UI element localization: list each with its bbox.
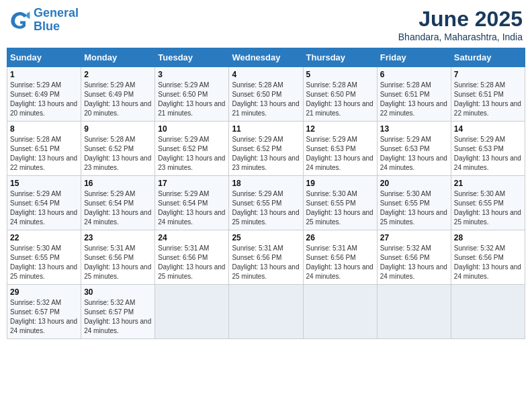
calendar-cell: 9 Sunrise: 5:28 AMSunset: 6:52 PMDayligh… [81, 122, 155, 176]
day-info: Sunrise: 5:28 AMSunset: 6:50 PMDaylight:… [306, 81, 374, 118]
day-number: 20 [380, 179, 448, 188]
day-info: Sunrise: 5:29 AMSunset: 6:54 PMDaylight:… [10, 189, 78, 227]
day-info: Sunrise: 5:31 AMSunset: 6:56 PMDaylight:… [232, 244, 300, 281]
calendar-week-row: 1 Sunrise: 5:29 AMSunset: 6:49 PMDayligh… [7, 67, 525, 122]
calendar-cell: 7 Sunrise: 5:28 AMSunset: 6:51 PMDayligh… [451, 67, 525, 122]
day-number: 10 [158, 124, 226, 134]
calendar-cell [451, 285, 525, 339]
day-number: 22 [10, 233, 78, 242]
calendar-cell: 19 Sunrise: 5:30 AMSunset: 6:55 PMDaylig… [303, 176, 377, 230]
weekday-header: Tuesday [155, 48, 229, 67]
title-block: June 2025 Bhandara, Maharashtra, India [398, 7, 523, 42]
calendar-cell [155, 285, 229, 339]
day-info: Sunrise: 5:30 AMSunset: 6:55 PMDaylight:… [306, 189, 374, 227]
day-info: Sunrise: 5:29 AMSunset: 6:53 PMDaylight:… [454, 135, 522, 173]
day-number: 19 [306, 179, 374, 188]
day-info: Sunrise: 5:29 AMSunset: 6:55 PMDaylight:… [232, 189, 300, 227]
day-info: Sunrise: 5:31 AMSunset: 6:56 PMDaylight:… [306, 244, 374, 281]
calendar-cell: 24 Sunrise: 5:31 AMSunset: 6:56 PMDaylig… [155, 230, 229, 285]
calendar-cell: 14 Sunrise: 5:29 AMSunset: 6:53 PMDaylig… [451, 122, 525, 176]
day-number: 26 [306, 233, 374, 242]
day-number: 7 [454, 70, 522, 79]
calendar-week-row: 15 Sunrise: 5:29 AMSunset: 6:54 PMDaylig… [7, 176, 525, 230]
day-number: 12 [306, 124, 374, 134]
day-info: Sunrise: 5:28 AMSunset: 6:50 PMDaylight:… [232, 81, 300, 118]
day-info: Sunrise: 5:30 AMSunset: 6:55 PMDaylight:… [380, 189, 448, 227]
day-number: 4 [232, 70, 300, 79]
weekday-header: Saturday [451, 48, 525, 67]
day-number: 5 [306, 70, 374, 79]
day-info: Sunrise: 5:32 AMSunset: 6:56 PMDaylight:… [454, 244, 522, 281]
logo: GeneralBlue [9, 7, 79, 34]
day-number: 14 [454, 124, 522, 134]
month-title: June 2025 [398, 7, 523, 32]
day-info: Sunrise: 5:29 AMSunset: 6:50 PMDaylight:… [158, 81, 226, 118]
day-info: Sunrise: 5:29 AMSunset: 6:49 PMDaylight:… [84, 81, 152, 118]
day-number: 25 [232, 233, 300, 242]
calendar-cell: 21 Sunrise: 5:30 AMSunset: 6:55 PMDaylig… [451, 176, 525, 230]
calendar-cell: 5 Sunrise: 5:28 AMSunset: 6:50 PMDayligh… [303, 67, 377, 122]
day-number: 21 [454, 179, 522, 188]
weekday-header: Wednesday [229, 48, 303, 67]
day-info: Sunrise: 5:28 AMSunset: 6:52 PMDaylight:… [84, 135, 152, 173]
day-info: Sunrise: 5:29 AMSunset: 6:52 PMDaylight:… [232, 135, 300, 173]
day-number: 16 [84, 179, 152, 188]
calendar-cell: 20 Sunrise: 5:30 AMSunset: 6:55 PMDaylig… [377, 176, 451, 230]
calendar-cell: 28 Sunrise: 5:32 AMSunset: 6:56 PMDaylig… [451, 230, 525, 285]
logo-icon [9, 9, 31, 31]
calendar-cell: 25 Sunrise: 5:31 AMSunset: 6:56 PMDaylig… [229, 230, 303, 285]
day-number: 13 [380, 124, 448, 134]
day-info: Sunrise: 5:32 AMSunset: 6:56 PMDaylight:… [380, 244, 448, 281]
day-info: Sunrise: 5:28 AMSunset: 6:51 PMDaylight:… [10, 135, 78, 173]
day-number: 24 [158, 233, 226, 242]
day-info: Sunrise: 5:29 AMSunset: 6:52 PMDaylight:… [158, 135, 226, 173]
day-info: Sunrise: 5:32 AMSunset: 6:57 PMDaylight:… [84, 298, 152, 336]
day-info: Sunrise: 5:31 AMSunset: 6:56 PMDaylight:… [158, 244, 226, 281]
page-header: GeneralBlue June 2025 Bhandara, Maharash… [7, 7, 525, 42]
calendar-cell [377, 285, 451, 339]
calendar-cell: 26 Sunrise: 5:31 AMSunset: 6:56 PMDaylig… [303, 230, 377, 285]
calendar-cell: 23 Sunrise: 5:31 AMSunset: 6:56 PMDaylig… [81, 230, 155, 285]
day-info: Sunrise: 5:31 AMSunset: 6:56 PMDaylight:… [84, 244, 152, 281]
calendar-cell: 22 Sunrise: 5:30 AMSunset: 6:55 PMDaylig… [7, 230, 81, 285]
day-number: 6 [380, 70, 448, 79]
calendar-cell [229, 285, 303, 339]
day-number: 27 [380, 233, 448, 242]
day-number: 1 [10, 70, 78, 79]
day-info: Sunrise: 5:29 AMSunset: 6:53 PMDaylight:… [380, 135, 448, 173]
weekday-header: Monday [81, 48, 155, 67]
day-number: 30 [84, 287, 152, 297]
logo-text: GeneralBlue [34, 7, 79, 34]
calendar-cell: 16 Sunrise: 5:29 AMSunset: 6:54 PMDaylig… [81, 176, 155, 230]
calendar-cell: 2 Sunrise: 5:29 AMSunset: 6:49 PMDayligh… [81, 67, 155, 122]
weekday-header: Sunday [7, 48, 81, 67]
calendar-week-row: 22 Sunrise: 5:30 AMSunset: 6:55 PMDaylig… [7, 230, 525, 285]
day-number: 18 [232, 179, 300, 188]
day-info: Sunrise: 5:28 AMSunset: 6:51 PMDaylight:… [454, 81, 522, 118]
day-info: Sunrise: 5:28 AMSunset: 6:51 PMDaylight:… [380, 81, 448, 118]
calendar-cell: 6 Sunrise: 5:28 AMSunset: 6:51 PMDayligh… [377, 67, 451, 122]
calendar-cell: 27 Sunrise: 5:32 AMSunset: 6:56 PMDaylig… [377, 230, 451, 285]
day-number: 8 [10, 124, 78, 134]
calendar-week-row: 29 Sunrise: 5:32 AMSunset: 6:57 PMDaylig… [7, 285, 525, 339]
day-info: Sunrise: 5:29 AMSunset: 6:54 PMDaylight:… [84, 189, 152, 227]
calendar-table: SundayMondayTuesdayWednesdayThursdayFrid… [7, 48, 525, 339]
calendar-cell: 11 Sunrise: 5:29 AMSunset: 6:52 PMDaylig… [229, 122, 303, 176]
day-info: Sunrise: 5:30 AMSunset: 6:55 PMDaylight:… [454, 189, 522, 227]
calendar-cell: 8 Sunrise: 5:28 AMSunset: 6:51 PMDayligh… [7, 122, 81, 176]
day-info: Sunrise: 5:29 AMSunset: 6:49 PMDaylight:… [10, 81, 78, 118]
day-info: Sunrise: 5:30 AMSunset: 6:55 PMDaylight:… [10, 244, 78, 281]
calendar-cell: 3 Sunrise: 5:29 AMSunset: 6:50 PMDayligh… [155, 67, 229, 122]
day-number: 15 [10, 179, 78, 188]
day-info: Sunrise: 5:29 AMSunset: 6:54 PMDaylight:… [158, 189, 226, 227]
calendar-cell: 1 Sunrise: 5:29 AMSunset: 6:49 PMDayligh… [7, 67, 81, 122]
calendar-cell: 18 Sunrise: 5:29 AMSunset: 6:55 PMDaylig… [229, 176, 303, 230]
calendar-cell: 10 Sunrise: 5:29 AMSunset: 6:52 PMDaylig… [155, 122, 229, 176]
day-number: 23 [84, 233, 152, 242]
calendar-cell: 13 Sunrise: 5:29 AMSunset: 6:53 PMDaylig… [377, 122, 451, 176]
day-number: 3 [158, 70, 226, 79]
day-number: 11 [232, 124, 300, 134]
location: Bhandara, Maharashtra, India [398, 32, 523, 42]
weekday-header: Thursday [303, 48, 377, 67]
calendar-week-row: 8 Sunrise: 5:28 AMSunset: 6:51 PMDayligh… [7, 122, 525, 176]
